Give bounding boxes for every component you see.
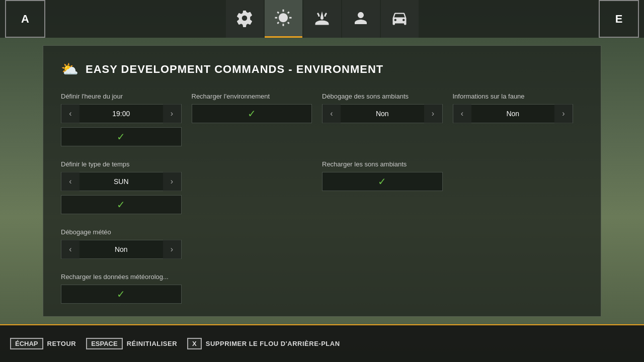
bottom-bar: ÉCHAP RETOUR ESPACE RÉINITIALISER X SUPP… bbox=[0, 324, 644, 362]
time-confirm-icon: ✓ bbox=[117, 131, 125, 143]
section-reload-ambient-label: Recharger les sons ambiants bbox=[322, 160, 443, 168]
bottom-item-retour: ÉCHAP RETOUR bbox=[10, 338, 76, 349]
debug-ambient-selector: ‹ Non › bbox=[322, 104, 443, 123]
section-empty-7 bbox=[322, 273, 453, 318]
fauna-info-value: Non bbox=[471, 110, 555, 118]
weather-icon bbox=[274, 9, 292, 27]
tab-player[interactable] bbox=[342, 0, 380, 38]
section-weather-type-label: Définir le type de temps bbox=[61, 160, 182, 168]
worker-icon bbox=[313, 9, 331, 27]
bottom-item-reinitialiser: ESPACE RÉINITIALISER bbox=[86, 338, 177, 349]
key-echap: ÉCHAP bbox=[10, 338, 43, 349]
section-reload-meteo-label: Recharger les données météorolog... bbox=[61, 273, 182, 281]
page-title: EASY DEVELOPMENT COMMANDS - ENVIRONMENT bbox=[86, 63, 383, 76]
time-prev-button[interactable]: ‹ bbox=[61, 104, 79, 123]
reload-ambient-button[interactable]: ✓ bbox=[322, 172, 443, 191]
page-title-row: ⛅ EASY DEVELOPMENT COMMANDS - ENVIRONMEN… bbox=[61, 61, 583, 77]
content-grid-row1: Définir l'heure du jour ‹ 19:00 › ✓ Rech… bbox=[61, 93, 583, 160]
reload-meteo-button[interactable]: ✓ bbox=[61, 285, 182, 304]
section-time-label: Définir l'heure du jour bbox=[61, 93, 182, 100]
section-reload-env: Recharger l'environnement ✓ bbox=[192, 93, 323, 160]
debug-ambient-value: Non bbox=[341, 110, 424, 118]
time-selector: ‹ 19:00 › bbox=[61, 104, 182, 123]
time-next-button[interactable]: › bbox=[163, 104, 181, 123]
section-empty-4 bbox=[322, 228, 453, 273]
debug-ambient-next-button[interactable]: › bbox=[424, 104, 442, 123]
corner-right-label: E bbox=[615, 13, 623, 26]
tab-settings[interactable] bbox=[226, 0, 264, 38]
time-value: 19:00 bbox=[79, 110, 163, 118]
nav-tabs bbox=[45, 0, 599, 38]
time-confirm-button[interactable]: ✓ bbox=[61, 127, 182, 146]
weather-type-confirm-icon: ✓ bbox=[117, 199, 125, 211]
section-debug-ambient: Débogage des sons ambiants ‹ Non › bbox=[322, 93, 453, 160]
weather-debug-prev-button[interactable]: ‹ bbox=[61, 240, 79, 259]
reload-env-icon: ✓ bbox=[248, 108, 256, 120]
weather-type-prev-button[interactable]: ‹ bbox=[61, 172, 79, 191]
label-reinitialiser: RÉINITIALISER bbox=[127, 340, 177, 347]
section-debug-ambient-label: Débogage des sons ambiants bbox=[322, 93, 443, 100]
reload-env-button[interactable]: ✓ bbox=[192, 104, 312, 123]
content-grid-row4: Recharger les données météorolog... ✓ bbox=[61, 273, 583, 318]
player-icon bbox=[352, 9, 370, 27]
settings-icon bbox=[235, 9, 254, 27]
section-time: Définir l'heure du jour ‹ 19:00 › ✓ bbox=[61, 93, 192, 160]
section-empty-5 bbox=[453, 228, 584, 273]
weather-debug-value: Non bbox=[79, 245, 163, 253]
vehicle-icon bbox=[390, 9, 409, 27]
weather-debug-next-button[interactable]: › bbox=[163, 240, 181, 259]
corner-right-button[interactable]: E bbox=[599, 0, 639, 38]
section-empty-1 bbox=[192, 160, 323, 228]
fauna-info-next-button[interactable]: › bbox=[554, 104, 573, 123]
reload-ambient-icon: ✓ bbox=[378, 175, 386, 188]
fauna-info-selector: ‹ Non › bbox=[453, 104, 574, 123]
section-empty-8 bbox=[453, 273, 584, 318]
section-empty-6 bbox=[192, 273, 323, 318]
debug-ambient-prev-button[interactable]: ‹ bbox=[323, 104, 341, 123]
main-panel: ⛅ EASY DEVELOPMENT COMMANDS - ENVIRONMEN… bbox=[43, 45, 601, 317]
label-flou: SUPPRIMER LE FLOU D'ARRIÈRE-PLAN bbox=[206, 340, 340, 347]
weather-type-confirm-button[interactable]: ✓ bbox=[61, 195, 182, 214]
section-empty-2 bbox=[453, 160, 584, 228]
section-weather-debug-label: Débogage météo bbox=[61, 228, 182, 236]
weather-type-value: SUN bbox=[79, 177, 163, 186]
fauna-info-prev-button[interactable]: ‹ bbox=[453, 104, 471, 123]
reload-meteo-icon: ✓ bbox=[117, 288, 125, 300]
tab-vehicle[interactable] bbox=[381, 0, 419, 38]
corner-left-button[interactable]: A bbox=[5, 0, 45, 38]
tab-environment[interactable] bbox=[265, 0, 302, 38]
section-empty-3 bbox=[192, 228, 323, 273]
weather-debug-selector: ‹ Non › bbox=[61, 240, 182, 259]
section-fauna-info-label: Informations sur la faune bbox=[453, 93, 574, 100]
section-reload-ambient: Recharger les sons ambiants ✓ bbox=[322, 160, 453, 228]
key-x: X bbox=[187, 338, 202, 349]
top-navigation: A bbox=[0, 0, 644, 38]
bottom-item-flou: X SUPPRIMER LE FLOU D'ARRIÈRE-PLAN bbox=[187, 338, 340, 349]
tab-worker[interactable] bbox=[303, 0, 341, 38]
section-weather-type: Définir le type de temps ‹ SUN › ✓ bbox=[61, 160, 192, 228]
page-icon: ⛅ bbox=[61, 61, 78, 77]
content-grid-row2: Définir le type de temps ‹ SUN › ✓ Recha… bbox=[61, 160, 583, 228]
section-reload-meteo: Recharger les données météorolog... ✓ bbox=[61, 273, 192, 318]
weather-type-selector: ‹ SUN › bbox=[61, 172, 182, 191]
content-grid-row3: Débogage météo ‹ Non › bbox=[61, 228, 583, 273]
section-reload-env-label: Recharger l'environnement bbox=[192, 93, 312, 100]
key-espace: ESPACE bbox=[86, 338, 123, 349]
section-fauna-info: Informations sur la faune ‹ Non › bbox=[453, 93, 584, 160]
weather-type-next-button[interactable]: › bbox=[163, 172, 181, 191]
corner-left-label: A bbox=[21, 13, 29, 26]
label-retour: RETOUR bbox=[47, 340, 76, 347]
section-weather-debug: Débogage météo ‹ Non › bbox=[61, 228, 192, 273]
